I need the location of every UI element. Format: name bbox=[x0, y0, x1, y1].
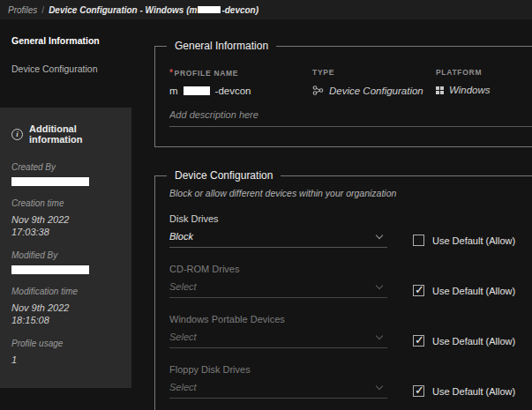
windows-portable-devices-select: Select bbox=[169, 332, 387, 348]
required-marker: * bbox=[169, 68, 174, 78]
info-value: Nov 9th 2022 18:15:08 bbox=[11, 302, 120, 326]
info-value: 1 bbox=[11, 354, 120, 366]
type-value: Device Configuration bbox=[312, 85, 436, 96]
use-default-checkbox[interactable] bbox=[413, 385, 424, 397]
info-entry-modification-time: Modification time Nov 9th 2022 18:15:08 bbox=[11, 287, 120, 326]
info-label: Modified By bbox=[11, 250, 120, 260]
setting-label: CD-ROM Drives bbox=[169, 264, 387, 274]
breadcrumb-profiles-link[interactable]: Profiles bbox=[8, 5, 37, 15]
info-label: Modification time bbox=[11, 287, 120, 296]
device-setting-row-windows-portable-devices: Windows Portable Devices Select Use Defa… bbox=[169, 314, 532, 348]
info-label: Created By bbox=[11, 162, 120, 172]
setting-label: Floppy Disk Drives bbox=[169, 364, 387, 375]
redacted-profile-name bbox=[198, 6, 221, 13]
profile-name-field: *PROFILE NAME m-devcon bbox=[169, 68, 312, 96]
nav-item-general-information[interactable]: General Information bbox=[0, 26, 143, 55]
additional-info-title-text: Additional information bbox=[29, 123, 120, 145]
device-configuration-icon bbox=[312, 85, 324, 96]
type-label: TYPE bbox=[312, 68, 436, 77]
device-configuration-panel: Device Configuration Block or allow diff… bbox=[154, 175, 532, 410]
platform-field: PLATFORM Windows bbox=[436, 68, 532, 96]
use-default-group: Use Default (Allow) bbox=[413, 235, 515, 248]
use-default-group: Use Default (Allow) bbox=[413, 335, 515, 348]
breadcrumb-separator: / bbox=[41, 5, 44, 15]
breadcrumb: Profiles / Device Configuration - Window… bbox=[0, 0, 532, 19]
type-field: TYPE Device Configuration bbox=[312, 68, 436, 96]
breadcrumb-current-suffix: -devcon) bbox=[221, 5, 259, 15]
setting-label: Windows Portable Devices bbox=[169, 314, 387, 324]
general-fields-row: *PROFILE NAME m-devcon TYPE Device Confi… bbox=[155, 47, 532, 96]
use-default-label: Use Default (Allow) bbox=[432, 286, 515, 296]
section-nav: General Information Device Configuration bbox=[0, 26, 143, 83]
use-default-group: Use Default (Allow) bbox=[413, 385, 515, 399]
general-information-panel: General Information *PROFILE NAME m-devc… bbox=[154, 46, 532, 147]
breadcrumb-current: Device Configuration - Windows (m -devco… bbox=[49, 5, 259, 15]
chevron-down-icon bbox=[376, 232, 383, 239]
redacted-profile-name bbox=[184, 86, 210, 95]
redacted-value bbox=[11, 177, 89, 186]
info-label: Creation time bbox=[11, 198, 120, 208]
device-setting-row-floppy-disk-drives: Floppy Disk Drives Select Use Default (A… bbox=[169, 364, 532, 399]
use-default-group: Use Default (Allow) bbox=[413, 285, 515, 298]
info-value: Nov 9th 2022 17:03:38 bbox=[11, 213, 120, 238]
cdrom-drives-select: Select bbox=[169, 281, 387, 298]
info-label: Profile usage bbox=[11, 339, 120, 348]
description-input[interactable] bbox=[169, 109, 532, 127]
additional-info-title: i Additional information bbox=[11, 123, 120, 145]
use-default-checkbox[interactable] bbox=[413, 285, 424, 296]
info-circle-icon: i bbox=[11, 129, 23, 140]
chevron-down-icon bbox=[376, 383, 383, 390]
info-entry-modified-by: Modified By bbox=[11, 250, 120, 274]
profile-name-value[interactable]: m-devcon bbox=[169, 86, 312, 96]
device-setting-row-cdrom-drives: CD-ROM Drives Select Use Default (Allow) bbox=[169, 264, 532, 298]
nav-item-device-configuration[interactable]: Device Configuration bbox=[0, 55, 143, 83]
windows-logo-icon bbox=[436, 86, 444, 94]
breadcrumb-current-prefix: Device Configuration - Windows (m bbox=[49, 5, 197, 15]
platform-value: Windows bbox=[436, 85, 532, 95]
chevron-down-icon bbox=[376, 282, 383, 289]
setting-label: Disk Drives bbox=[169, 213, 387, 224]
panel-legend: Device Configuration bbox=[167, 169, 281, 182]
use-default-label: Use Default (Allow) bbox=[432, 235, 515, 246]
profile-name-label: *PROFILE NAME bbox=[169, 68, 312, 78]
device-setting-row-disk-drives: Disk Drives Block Use Default (Allow) bbox=[169, 213, 532, 248]
info-entry-created-by: Created By bbox=[11, 162, 120, 186]
additional-info-panel: i Additional information Created By Crea… bbox=[0, 108, 131, 388]
platform-label: PLATFORM bbox=[436, 68, 532, 77]
redacted-value bbox=[11, 265, 89, 274]
device-setting-rows: Disk Drives Block Use Default (Allow) CD… bbox=[155, 198, 532, 399]
use-default-label: Use Default (Allow) bbox=[432, 336, 515, 347]
use-default-label: Use Default (Allow) bbox=[432, 386, 515, 397]
info-entry-creation-time: Creation time Nov 9th 2022 17:03:38 bbox=[11, 198, 120, 238]
chevron-down-icon bbox=[376, 332, 383, 339]
panel-legend: General Information bbox=[167, 40, 276, 52]
floppy-disk-drives-select: Select bbox=[169, 382, 387, 399]
use-default-checkbox[interactable] bbox=[413, 335, 424, 347]
disk-drives-select[interactable]: Block bbox=[169, 231, 387, 248]
info-entry-profile-usage: Profile usage 1 bbox=[11, 339, 120, 366]
use-default-checkbox[interactable] bbox=[413, 235, 424, 246]
